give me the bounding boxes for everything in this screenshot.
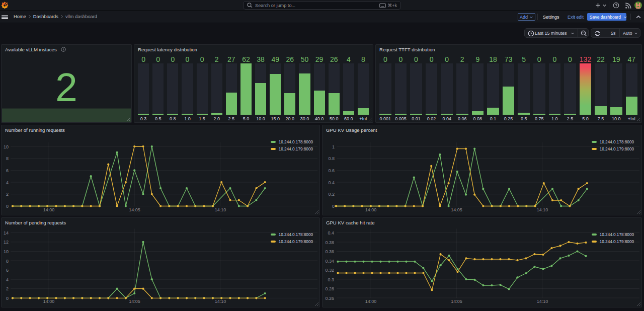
svg-text:12: 12 [4,240,9,245]
svg-text:14:10: 14:10 [215,207,226,212]
svg-text:0.4: 0.4 [328,180,335,185]
svg-text:0.32: 0.32 [325,268,334,273]
svg-text:14:00: 14:00 [43,299,55,304]
svg-text:14:05: 14:05 [129,299,140,304]
svg-text:0.34: 0.34 [325,259,334,264]
svg-text:14:10: 14:10 [537,207,548,212]
svg-text:1: 1 [332,144,335,149]
svg-text:14:00: 14:00 [365,207,377,212]
svg-text:2: 2 [6,286,9,291]
svg-text:0.8: 0.8 [328,156,335,161]
svg-text:14:10: 14:10 [215,299,226,304]
svg-text:14:05: 14:05 [451,207,462,212]
svg-text:0: 0 [332,204,335,209]
svg-text:0.4: 0.4 [328,230,334,236]
svg-text:0.36: 0.36 [325,249,334,254]
svg-text:14:05: 14:05 [129,207,140,212]
svg-text:0.6: 0.6 [328,168,335,173]
svg-text:14:10: 14:10 [537,299,548,304]
svg-text:0: 0 [6,204,9,209]
svg-text:0.38: 0.38 [325,240,334,245]
svg-text:6: 6 [6,268,9,273]
svg-text:10: 10 [4,144,9,149]
svg-text:8: 8 [6,156,9,161]
svg-text:0: 0 [6,296,9,301]
svg-text:0.2: 0.2 [328,192,335,197]
svg-text:4: 4 [6,277,9,282]
svg-text:6: 6 [6,168,9,173]
svg-text:10: 10 [4,249,9,254]
svg-text:14:00: 14:00 [365,299,377,304]
svg-text:4: 4 [6,180,9,185]
svg-text:0.28: 0.28 [325,286,334,291]
svg-text:8: 8 [6,259,9,264]
svg-text:0.26: 0.26 [325,296,334,301]
svg-text:14:05: 14:05 [451,299,462,304]
svg-text:0.3: 0.3 [328,277,334,282]
svg-text:2: 2 [6,192,9,197]
svg-text:14:00: 14:00 [43,207,55,212]
svg-text:14: 14 [4,230,9,236]
